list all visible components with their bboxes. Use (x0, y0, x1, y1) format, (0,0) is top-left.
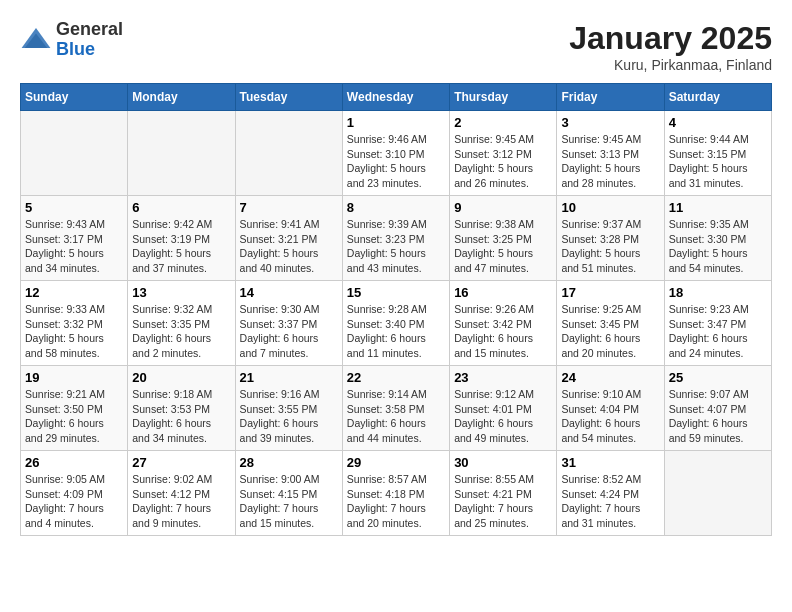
month-title: January 2025 (569, 20, 772, 57)
day-number: 8 (347, 200, 445, 215)
day-info: Sunrise: 9:44 AM Sunset: 3:15 PM Dayligh… (669, 132, 767, 191)
day-info: Sunrise: 8:57 AM Sunset: 4:18 PM Dayligh… (347, 472, 445, 531)
day-number: 13 (132, 285, 230, 300)
calendar-cell: 22Sunrise: 9:14 AM Sunset: 3:58 PM Dayli… (342, 366, 449, 451)
day-info: Sunrise: 9:26 AM Sunset: 3:42 PM Dayligh… (454, 302, 552, 361)
day-info: Sunrise: 9:00 AM Sunset: 4:15 PM Dayligh… (240, 472, 338, 531)
logo-blue: Blue (56, 40, 123, 60)
day-number: 27 (132, 455, 230, 470)
calendar-cell: 30Sunrise: 8:55 AM Sunset: 4:21 PM Dayli… (450, 451, 557, 536)
day-info: Sunrise: 9:32 AM Sunset: 3:35 PM Dayligh… (132, 302, 230, 361)
day-info: Sunrise: 9:21 AM Sunset: 3:50 PM Dayligh… (25, 387, 123, 446)
day-number: 15 (347, 285, 445, 300)
calendar-cell: 24Sunrise: 9:10 AM Sunset: 4:04 PM Dayli… (557, 366, 664, 451)
page-header: General Blue January 2025 Kuru, Pirkanma… (20, 20, 772, 73)
calendar-cell: 12Sunrise: 9:33 AM Sunset: 3:32 PM Dayli… (21, 281, 128, 366)
weekday-header-saturday: Saturday (664, 84, 771, 111)
calendar-cell: 7Sunrise: 9:41 AM Sunset: 3:21 PM Daylig… (235, 196, 342, 281)
day-number: 4 (669, 115, 767, 130)
location: Kuru, Pirkanmaa, Finland (569, 57, 772, 73)
weekday-header-wednesday: Wednesday (342, 84, 449, 111)
calendar-cell: 20Sunrise: 9:18 AM Sunset: 3:53 PM Dayli… (128, 366, 235, 451)
day-number: 29 (347, 455, 445, 470)
week-row-1: 1Sunrise: 9:46 AM Sunset: 3:10 PM Daylig… (21, 111, 772, 196)
calendar-cell: 18Sunrise: 9:23 AM Sunset: 3:47 PM Dayli… (664, 281, 771, 366)
day-info: Sunrise: 9:05 AM Sunset: 4:09 PM Dayligh… (25, 472, 123, 531)
day-info: Sunrise: 9:41 AM Sunset: 3:21 PM Dayligh… (240, 217, 338, 276)
calendar-cell: 31Sunrise: 8:52 AM Sunset: 4:24 PM Dayli… (557, 451, 664, 536)
calendar-cell: 1Sunrise: 9:46 AM Sunset: 3:10 PM Daylig… (342, 111, 449, 196)
day-number: 11 (669, 200, 767, 215)
day-number: 25 (669, 370, 767, 385)
day-number: 17 (561, 285, 659, 300)
day-info: Sunrise: 8:52 AM Sunset: 4:24 PM Dayligh… (561, 472, 659, 531)
logo-icon (20, 24, 52, 56)
day-info: Sunrise: 9:28 AM Sunset: 3:40 PM Dayligh… (347, 302, 445, 361)
calendar-cell: 14Sunrise: 9:30 AM Sunset: 3:37 PM Dayli… (235, 281, 342, 366)
day-info: Sunrise: 9:37 AM Sunset: 3:28 PM Dayligh… (561, 217, 659, 276)
day-number: 28 (240, 455, 338, 470)
calendar-cell: 29Sunrise: 8:57 AM Sunset: 4:18 PM Dayli… (342, 451, 449, 536)
day-info: Sunrise: 9:39 AM Sunset: 3:23 PM Dayligh… (347, 217, 445, 276)
week-row-3: 12Sunrise: 9:33 AM Sunset: 3:32 PM Dayli… (21, 281, 772, 366)
day-info: Sunrise: 9:38 AM Sunset: 3:25 PM Dayligh… (454, 217, 552, 276)
day-number: 6 (132, 200, 230, 215)
calendar-cell: 9Sunrise: 9:38 AM Sunset: 3:25 PM Daylig… (450, 196, 557, 281)
weekday-header-row: SundayMondayTuesdayWednesdayThursdayFrid… (21, 84, 772, 111)
day-number: 18 (669, 285, 767, 300)
week-row-4: 19Sunrise: 9:21 AM Sunset: 3:50 PM Dayli… (21, 366, 772, 451)
day-number: 20 (132, 370, 230, 385)
weekday-header-tuesday: Tuesday (235, 84, 342, 111)
calendar-cell: 5Sunrise: 9:43 AM Sunset: 3:17 PM Daylig… (21, 196, 128, 281)
calendar-cell (21, 111, 128, 196)
day-number: 10 (561, 200, 659, 215)
day-info: Sunrise: 9:33 AM Sunset: 3:32 PM Dayligh… (25, 302, 123, 361)
calendar-cell: 16Sunrise: 9:26 AM Sunset: 3:42 PM Dayli… (450, 281, 557, 366)
calendar-cell: 11Sunrise: 9:35 AM Sunset: 3:30 PM Dayli… (664, 196, 771, 281)
calendar-cell: 10Sunrise: 9:37 AM Sunset: 3:28 PM Dayli… (557, 196, 664, 281)
day-number: 26 (25, 455, 123, 470)
day-number: 30 (454, 455, 552, 470)
day-info: Sunrise: 9:07 AM Sunset: 4:07 PM Dayligh… (669, 387, 767, 446)
calendar-cell: 17Sunrise: 9:25 AM Sunset: 3:45 PM Dayli… (557, 281, 664, 366)
day-info: Sunrise: 9:16 AM Sunset: 3:55 PM Dayligh… (240, 387, 338, 446)
day-info: Sunrise: 9:46 AM Sunset: 3:10 PM Dayligh… (347, 132, 445, 191)
calendar-cell: 8Sunrise: 9:39 AM Sunset: 3:23 PM Daylig… (342, 196, 449, 281)
calendar-cell: 21Sunrise: 9:16 AM Sunset: 3:55 PM Dayli… (235, 366, 342, 451)
day-number: 2 (454, 115, 552, 130)
day-number: 21 (240, 370, 338, 385)
day-info: Sunrise: 9:10 AM Sunset: 4:04 PM Dayligh… (561, 387, 659, 446)
calendar-cell: 15Sunrise: 9:28 AM Sunset: 3:40 PM Dayli… (342, 281, 449, 366)
weekday-header-thursday: Thursday (450, 84, 557, 111)
week-row-5: 26Sunrise: 9:05 AM Sunset: 4:09 PM Dayli… (21, 451, 772, 536)
day-info: Sunrise: 9:14 AM Sunset: 3:58 PM Dayligh… (347, 387, 445, 446)
day-number: 16 (454, 285, 552, 300)
calendar-cell (235, 111, 342, 196)
calendar-cell: 27Sunrise: 9:02 AM Sunset: 4:12 PM Dayli… (128, 451, 235, 536)
day-number: 9 (454, 200, 552, 215)
day-info: Sunrise: 9:23 AM Sunset: 3:47 PM Dayligh… (669, 302, 767, 361)
day-number: 3 (561, 115, 659, 130)
day-number: 1 (347, 115, 445, 130)
weekday-header-sunday: Sunday (21, 84, 128, 111)
day-info: Sunrise: 9:25 AM Sunset: 3:45 PM Dayligh… (561, 302, 659, 361)
calendar-cell: 19Sunrise: 9:21 AM Sunset: 3:50 PM Dayli… (21, 366, 128, 451)
weekday-header-monday: Monday (128, 84, 235, 111)
calendar-cell (128, 111, 235, 196)
day-info: Sunrise: 9:02 AM Sunset: 4:12 PM Dayligh… (132, 472, 230, 531)
calendar-cell: 3Sunrise: 9:45 AM Sunset: 3:13 PM Daylig… (557, 111, 664, 196)
day-number: 23 (454, 370, 552, 385)
day-info: Sunrise: 9:45 AM Sunset: 3:13 PM Dayligh… (561, 132, 659, 191)
calendar-cell: 2Sunrise: 9:45 AM Sunset: 3:12 PM Daylig… (450, 111, 557, 196)
day-info: Sunrise: 9:12 AM Sunset: 4:01 PM Dayligh… (454, 387, 552, 446)
calendar-table: SundayMondayTuesdayWednesdayThursdayFrid… (20, 83, 772, 536)
day-number: 12 (25, 285, 123, 300)
title-area: January 2025 Kuru, Pirkanmaa, Finland (569, 20, 772, 73)
day-info: Sunrise: 9:18 AM Sunset: 3:53 PM Dayligh… (132, 387, 230, 446)
weekday-header-friday: Friday (557, 84, 664, 111)
logo-general: General (56, 20, 123, 40)
day-number: 7 (240, 200, 338, 215)
calendar-cell: 23Sunrise: 9:12 AM Sunset: 4:01 PM Dayli… (450, 366, 557, 451)
calendar-cell: 25Sunrise: 9:07 AM Sunset: 4:07 PM Dayli… (664, 366, 771, 451)
day-number: 22 (347, 370, 445, 385)
